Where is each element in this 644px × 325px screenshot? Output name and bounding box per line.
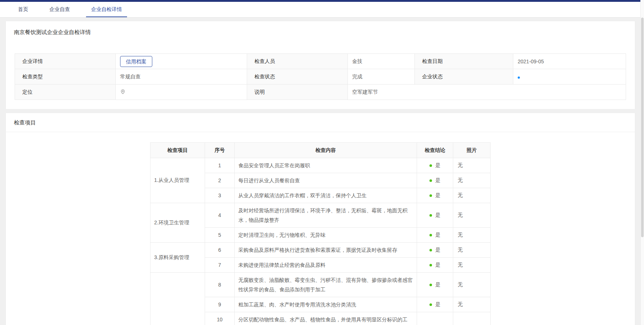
tab-self-check-detail[interactable]: 企业自检详情 [86, 2, 127, 17]
row-content: 粗加工蔬菜、肉、水产时使用专用清洗水池分类清洗 [235, 297, 417, 312]
col-header-conclusion: 检查结论 [417, 143, 453, 158]
conclusion-dot [429, 234, 432, 236]
row-photo: 无 [453, 297, 491, 312]
row-conclusion: 是 [417, 203, 453, 228]
enterprise-detail-label: 企业详情 [15, 54, 116, 69]
row-content: 采购食品及原料严格执行进货查验和索票索证，票据凭证及时收集留存 [235, 243, 417, 258]
row-content: 从业人员穿戴清洁的工作衣帽，双手清洁，保持个人卫生 [235, 188, 417, 203]
enterprise-status-label: 企业状态 [415, 69, 513, 85]
col-header-photo: 照片 [453, 143, 491, 158]
row-photo: 无 [453, 173, 491, 188]
location-label: 定位 [15, 85, 116, 100]
inspect-type-value: 常规自查 [116, 69, 247, 85]
detail-row-3: 定位 说明 空军建军节 [15, 85, 626, 100]
table-row: 8 无腐败变质、油脂酸败、霉变生虫、污秽不洁、混有异物、掺假掺杂或者感官性状异常… [150, 273, 491, 297]
table-row: 1.从业人员管理 1 食品安全管理人员正常在岗履职 是 无 [150, 158, 491, 173]
inspection-items-table: 检查项目 序号 检查内容 检查结论 照片 1.从业人员管理 1 食品安全管理人员… [150, 142, 491, 325]
inspect-date-label: 检查日期 [415, 54, 513, 69]
scrollbar-thumb[interactable] [641, 18, 644, 237]
row-content: 未购进使用法律禁止经营的食品及原料 [235, 258, 417, 273]
row-photo: 无 [453, 258, 491, 273]
col-header-content: 检查内容 [235, 143, 417, 158]
row-no: 1 [205, 158, 235, 173]
row-content: 食品安全管理人员正常在岗履职 [235, 158, 417, 173]
group-cell-procurement: 3.原料采购管理 [150, 243, 205, 273]
inspect-date-value: 2021-09-05 [513, 54, 626, 69]
inspection-card: 检查项目 检查项目 序号 检查内容 检查结论 照片 1.从业人员管理 1 食品安… [5, 113, 635, 325]
row-no: 8 [205, 273, 235, 297]
conclusion-dot [429, 194, 432, 197]
conclusion-dot [429, 164, 432, 167]
note-label: 说明 [247, 85, 348, 100]
row-conclusion: 是 [417, 228, 453, 243]
inspection-table-header: 检查项目 序号 检查内容 检查结论 照片 [150, 143, 491, 158]
tab-home[interactable]: 首页 [13, 2, 33, 17]
row-content: 每日进行从业人员餐前自查 [235, 173, 417, 188]
inspector-label: 检查人员 [247, 54, 348, 69]
row-conclusion: 是 [417, 258, 453, 273]
table-row: 3.原料采购管理 6 采购食品及原料严格执行进货查验和索票索证，票据凭证及时收集… [150, 243, 491, 258]
detail-row-1: 企业详情 信用档案 检查人员 金技 检查日期 2021-09-05 [15, 54, 626, 69]
row-photo: 无 [453, 273, 491, 297]
conclusion-dot [429, 214, 432, 217]
row-no: 6 [205, 243, 235, 258]
inspector-value: 金技 [348, 54, 415, 69]
row-conclusion: 是 [417, 188, 453, 203]
row-photo: 无 [453, 228, 491, 243]
note-value: 空军建军节 [348, 85, 626, 100]
row-no: 9 [205, 297, 235, 312]
row-conclusion: 是 [417, 297, 453, 312]
location-value [116, 85, 247, 100]
row-no: 10 [205, 312, 235, 325]
row-no: 5 [205, 228, 235, 243]
row-photo: 无 [453, 188, 491, 203]
col-header-item: 检查项目 [150, 143, 205, 158]
row-photo: 无 [453, 158, 491, 173]
location-pin-icon[interactable] [120, 89, 126, 96]
detail-row-2: 检查类型 常规自查 检查状态 完成 企业状态 [15, 69, 626, 85]
detail-card: 南京餐饮测试企业企业自检详情 企业详情 信用档案 检查人员 金技 检查日期 20… [5, 21, 635, 109]
row-no: 2 [205, 173, 235, 188]
credit-archive-button[interactable]: 信用档案 [120, 56, 152, 67]
row-content: 定时清理卫生间，无污物堆积、无异味 [235, 228, 417, 243]
group-cell-processing [150, 273, 205, 325]
inspect-type-label: 检查类型 [15, 69, 116, 85]
row-no: 3 [205, 188, 235, 203]
tab-enterprise-self-check[interactable]: 企业自查 [44, 2, 75, 17]
conclusion-dot [429, 179, 432, 182]
row-content: 无腐败变质、油脂酸败、霉变生虫、污秽不洁、混有异物、掺假掺杂或者感官性状异常的食… [235, 273, 417, 297]
table-row: 2.环境卫生管理 4 及时对经营场所进行清理保洁，环境干净、整洁，无积垢、霉斑，… [150, 203, 491, 228]
row-photo: 无 [453, 203, 491, 228]
conclusion-dot [429, 284, 432, 286]
conclusion-dot [429, 249, 432, 251]
group-cell-personnel: 1.从业人员管理 [150, 158, 205, 203]
vertical-scrollbar[interactable] [640, 0, 644, 325]
row-no: 4 [205, 203, 235, 228]
row-conclusion: 是 [417, 243, 453, 258]
enterprise-status-dot [518, 76, 520, 79]
row-photo: 无 [453, 243, 491, 258]
row-conclusion [417, 312, 453, 325]
inspection-section-title: 检查项目 [6, 113, 635, 132]
page-title: 南京餐饮测试企业企业自检详情 [6, 21, 635, 36]
conclusion-dot [429, 303, 432, 306]
group-cell-environment: 2.环境卫生管理 [150, 203, 205, 243]
tab-bar: 首页 企业自查 企业自检详情 [0, 2, 644, 18]
row-photo [453, 312, 491, 325]
inspect-status-label: 检查状态 [247, 69, 348, 85]
conclusion-dot [429, 264, 432, 266]
row-content: 分区切配动物性食品、水产品、植物性食品，并使用具有明显区分标识的工 [235, 312, 417, 325]
row-content: 及时对经营场所进行清理保洁，环境干净、整洁，无积垢、霉斑，地面无积水，物品摆放整… [235, 203, 417, 228]
row-conclusion: 是 [417, 173, 453, 188]
enterprise-detail-value: 信用档案 [116, 54, 247, 69]
row-no: 7 [205, 258, 235, 273]
row-conclusion: 是 [417, 158, 453, 173]
enterprise-status-value [513, 69, 626, 85]
inspect-status-value: 完成 [348, 69, 415, 85]
row-conclusion: 是 [417, 273, 453, 297]
detail-info-table: 企业详情 信用档案 检查人员 金技 检查日期 2021-09-05 检查类型 常… [15, 53, 626, 100]
col-header-no: 序号 [205, 143, 235, 158]
